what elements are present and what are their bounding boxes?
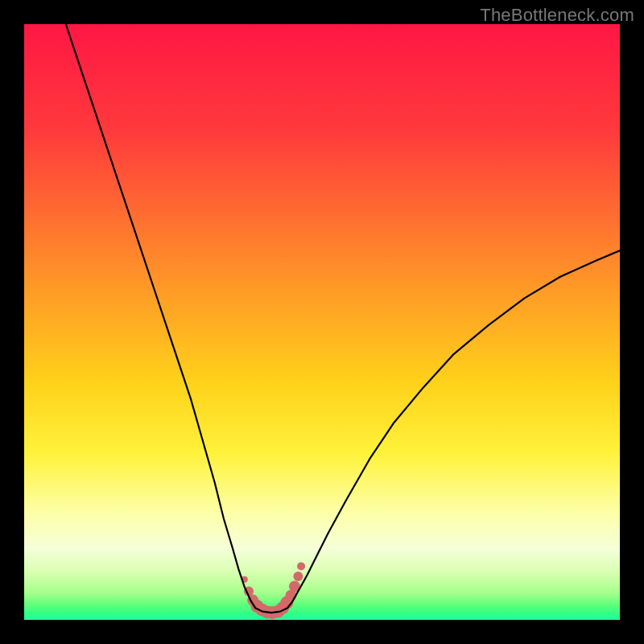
gradient-background xyxy=(24,24,620,620)
watermark-text: TheBottleneck.com xyxy=(480,5,634,26)
optimum-marker xyxy=(293,572,303,581)
chart-svg xyxy=(24,24,620,620)
plot-area xyxy=(24,24,620,620)
optimum-marker xyxy=(297,562,305,570)
outer-frame: TheBottleneck.com xyxy=(0,0,644,644)
